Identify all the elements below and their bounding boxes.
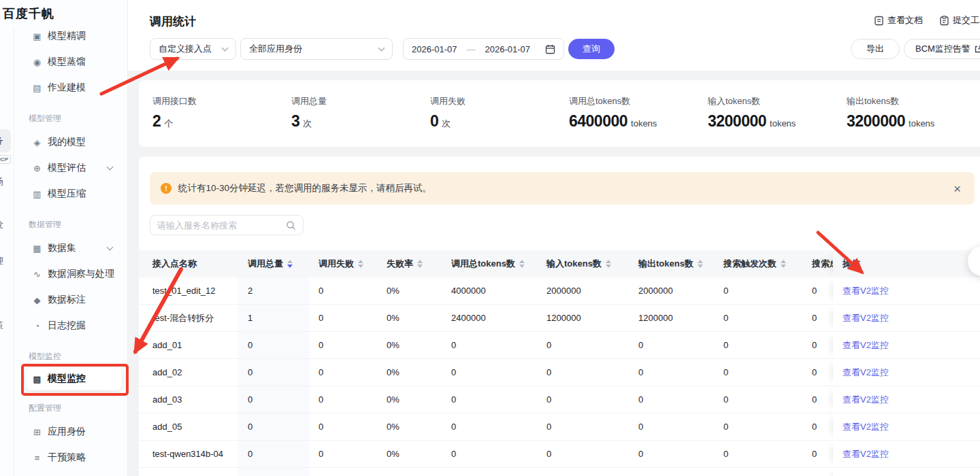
stat-value: 3200000 bbox=[847, 112, 905, 131]
sidebar-item-label: 数据集 bbox=[48, 242, 76, 254]
stat-value-row: 2个 bbox=[152, 112, 278, 131]
view-v2-monitor-link[interactable]: 查看V2监控 bbox=[843, 367, 889, 379]
view-v2-monitor-link[interactable]: 查看V2监控 bbox=[843, 421, 889, 433]
sidebar-item-data-insight[interactable]: ∿数据洞察与处理 bbox=[26, 261, 122, 287]
column-header-label: 接入点名称 bbox=[152, 258, 197, 270]
cell-搜索触发次数: 0 bbox=[714, 386, 802, 413]
cell-action: 查看V2监控 bbox=[833, 413, 969, 440]
sort-asc-caret bbox=[519, 260, 525, 263]
view-v2-monitor-link[interactable]: 查看V2监控 bbox=[843, 448, 889, 460]
sidebar-item-log-mining[interactable]: ◔日志挖掘 bbox=[26, 313, 122, 339]
table-row: add_01000%00000查看V2监控 bbox=[139, 332, 980, 359]
document-icon bbox=[874, 16, 884, 26]
cell-action: 查看V2监控 bbox=[833, 305, 969, 331]
view-v2-monitor-link[interactable]: 查看V2监控 bbox=[843, 285, 889, 297]
brand-logo: 百度千帆 bbox=[3, 5, 54, 22]
column-header-3[interactable]: 调用失败 bbox=[309, 250, 377, 277]
sidebar-item-job-modeling[interactable]: ▤作业建模 bbox=[26, 75, 122, 101]
outer-nav-fragment: 场 bbox=[0, 175, 11, 188]
outer-nav-fragment: 理 bbox=[0, 255, 11, 267]
stat-label: 调用总量 bbox=[291, 95, 416, 107]
cell-输出tokens数: 0 bbox=[629, 359, 714, 386]
view-v2-monitor-link[interactable]: 查看V2监控 bbox=[843, 394, 889, 406]
close-icon[interactable]: × bbox=[953, 182, 961, 195]
sidebar-item-model-compress[interactable]: ▥模型压缩 bbox=[26, 181, 122, 207]
sidebar-item-label: 模型监控 bbox=[48, 373, 86, 385]
policy-icon: ≡ bbox=[32, 453, 42, 463]
cell-action bbox=[833, 468, 969, 476]
sidebar-item-model-eval[interactable]: ⊕模型评估 bbox=[26, 155, 122, 181]
stat-value: 6400000 bbox=[569, 112, 627, 131]
cell-搜索触发次数: 0 bbox=[714, 305, 802, 331]
date-end: 2026-01-07 bbox=[485, 44, 531, 54]
cell-接入点名称: add_01 bbox=[139, 332, 238, 358]
cell-输出tokens数: 0 bbox=[629, 332, 714, 358]
outer-nav-rail: 务场发理策MCP bbox=[0, 27, 14, 476]
app-root: 百度千帆 务场发理策MCP ▣模型精调◉模型蒸馏▤作业建模模型管理◈我的模型⊕模… bbox=[0, 0, 980, 476]
column-header-6[interactable]: 输入tokens数 bbox=[537, 250, 629, 277]
search-icon[interactable] bbox=[286, 220, 296, 231]
submit-ticket-link[interactable]: 提交工单 bbox=[939, 14, 980, 27]
cell-搜索成功次数: 0 bbox=[802, 277, 833, 304]
sidebar-item-dataset[interactable]: ▦数据集 bbox=[26, 235, 122, 261]
app-identity-select[interactable]: 全部应用身份 bbox=[240, 38, 393, 60]
identity-icon: ⊞ bbox=[32, 427, 42, 437]
date-range-picker[interactable]: 2026-01-07 — 2026-01-07 bbox=[403, 38, 564, 60]
cell-接入点名称: add_03 bbox=[139, 386, 238, 413]
table-row: add_03000%00000查看V2监控 bbox=[139, 386, 980, 413]
column-header-5[interactable]: 调用总tokens数 bbox=[442, 250, 537, 277]
stat-调用失败: 调用失败0次 bbox=[416, 80, 555, 147]
sidebar-item-label: 模型评估 bbox=[48, 162, 86, 174]
cell-输出tokens数: 0 bbox=[629, 386, 714, 413]
sort-icon[interactable] bbox=[519, 260, 525, 268]
cell-失败率: 0% bbox=[377, 359, 442, 386]
column-header-8[interactable]: 搜索触发次数 bbox=[714, 250, 802, 277]
modeling-icon: ▤ bbox=[32, 83, 42, 93]
external-link-icon bbox=[974, 45, 980, 54]
view-docs-link[interactable]: 查看文档 bbox=[874, 14, 923, 27]
column-header-2[interactable]: 调用总量 bbox=[238, 250, 309, 277]
sort-icon[interactable] bbox=[698, 260, 703, 268]
monitor-icon: ▩ bbox=[32, 374, 42, 384]
sort-icon[interactable] bbox=[358, 260, 363, 268]
insight-icon: ∿ bbox=[32, 269, 42, 279]
query-button[interactable]: 查询 bbox=[568, 39, 615, 59]
sort-desc-caret bbox=[698, 265, 703, 268]
view-v2-monitor-link[interactable]: 查看V2监控 bbox=[843, 312, 889, 324]
table-row: test-qwen314b-04000%00000查看V2监控 bbox=[139, 441, 980, 468]
column-header-4[interactable]: 失败率 bbox=[377, 250, 442, 277]
chevron-down-icon bbox=[378, 45, 385, 52]
column-header-label: 输出tokens数 bbox=[638, 258, 693, 270]
sidebar-item-model-monitor[interactable]: ▩模型监控 bbox=[26, 367, 122, 390]
sort-icon[interactable] bbox=[417, 260, 423, 268]
sort-icon[interactable] bbox=[781, 260, 786, 268]
stat-调用接口数: 调用接口数2个 bbox=[139, 80, 278, 147]
cell-搜索成功次数: 0 bbox=[802, 386, 833, 413]
sidebar-item-data-annotation[interactable]: ◆数据标注 bbox=[26, 287, 122, 313]
view-v2-monitor-link[interactable]: 查看V2监控 bbox=[843, 339, 889, 352]
search-input[interactable] bbox=[157, 220, 286, 231]
bcm-alert-button[interactable]: BCM监控告警 bbox=[904, 39, 980, 59]
cell-搜索成功次数: 0 bbox=[802, 441, 833, 467]
sort-icon[interactable] bbox=[606, 260, 611, 268]
cell-输入tokens数: 0 bbox=[537, 332, 629, 358]
stat-value: 0 bbox=[430, 112, 438, 131]
sidebar-item-distill[interactable]: ◉模型蒸馏 bbox=[26, 49, 122, 75]
cell-失败率: 0% bbox=[377, 305, 442, 331]
cell-输入tokens数: 0 bbox=[537, 413, 629, 440]
endpoint-type-select[interactable]: 自定义接入点 bbox=[150, 38, 236, 60]
sort-desc-caret bbox=[287, 265, 293, 268]
sort-icon[interactable] bbox=[287, 260, 293, 268]
sidebar-item-finetune[interactable]: ▣模型精调 bbox=[26, 23, 122, 49]
column-header-7[interactable]: 输出tokens数 bbox=[629, 250, 714, 277]
sidebar-item-my-models[interactable]: ◈我的模型 bbox=[26, 129, 122, 155]
sidebar-item-app-identity[interactable]: ⊞应用身份 bbox=[26, 419, 122, 445]
table-row: add_02000%00000查看V2监控 bbox=[139, 359, 980, 386]
sidebar-item-intervention-policy[interactable]: ≡干预策略 bbox=[26, 445, 122, 471]
sort-desc-caret bbox=[519, 265, 525, 268]
stat-value-row: 3次 bbox=[291, 112, 416, 131]
export-button[interactable]: 导出 bbox=[851, 39, 900, 59]
delay-notice-banner: ! 统计有10-30分钟延迟，若您调用的服务未显示，请稍后再试。 × bbox=[150, 172, 975, 205]
summary-stats-card: 调用接口数2个调用总量3次调用失败0次调用总tokens数6400000toke… bbox=[139, 80, 980, 147]
cell-输入tokens数 bbox=[537, 468, 629, 476]
